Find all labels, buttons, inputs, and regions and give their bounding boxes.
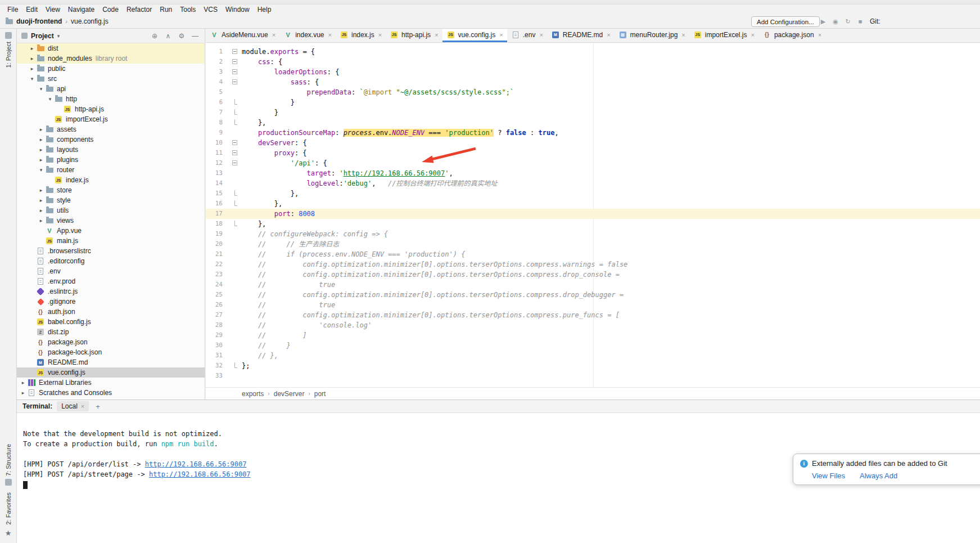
code-line-4[interactable]: 4 sass: { <box>206 77 980 87</box>
tree-item-auth-json[interactable]: {}auth.json <box>17 307 205 317</box>
tree-chevron-icon[interactable]: ▸ <box>28 46 36 51</box>
tree-item--browserslistrc[interactable]: .browserslistrc <box>17 246 205 256</box>
tool-window-favorites-button[interactable]: 2: Favorites ★ <box>5 492 12 537</box>
tree-chevron-icon[interactable]: ▸ <box>37 157 45 163</box>
code-line-6[interactable]: 6 } <box>206 97 980 107</box>
fold-gutter[interactable] <box>228 97 242 107</box>
stop-icon[interactable]: ■ <box>855 17 865 26</box>
tree-chevron-icon[interactable]: ▾ <box>37 86 45 92</box>
tree-item-utils[interactable]: ▸utils <box>17 205 205 216</box>
menu-item-view[interactable]: View <box>42 5 64 14</box>
editor-tab-importexcel-js[interactable]: JSimportExcel.js× <box>689 29 758 42</box>
close-icon[interactable]: × <box>751 32 754 38</box>
tree-item-http-api-js[interactable]: JShttp-api.js <box>17 104 205 114</box>
code-line-26[interactable]: 26 // true <box>206 300 980 310</box>
fold-gutter[interactable] <box>228 107 242 118</box>
tool-window-structure-button[interactable]: 7: Structure <box>5 444 12 486</box>
tree-item--env-prod[interactable]: .env.prod <box>17 276 205 286</box>
debug-icon[interactable]: ◉ <box>830 17 841 26</box>
collapse-all-icon[interactable]: ∧ <box>163 32 173 40</box>
tree-item-dist[interactable]: ▸dist <box>17 43 205 53</box>
close-icon[interactable]: × <box>272 32 276 38</box>
tree-chevron-icon[interactable]: ▸ <box>37 198 45 203</box>
tree-item-package-lock-json[interactable]: {}package-lock.json <box>17 347 205 357</box>
editor-tab-http-api-js[interactable]: JShttp-api.js× <box>386 29 442 42</box>
code-line-9[interactable]: 9 productionSourceMap: process.env.NODE_… <box>206 128 980 138</box>
code-line-30[interactable]: 30 // } <box>206 340 980 351</box>
menu-item-window[interactable]: Window <box>222 5 254 14</box>
menu-item-code[interactable]: Code <box>98 5 123 14</box>
code-line-3[interactable]: 3 loaderOptions: { <box>206 67 980 77</box>
code-line-5[interactable]: 5 prependData: `@import "~@/assets/scss/… <box>206 87 980 97</box>
tree-item-main-js[interactable]: JSmain.js <box>17 236 205 246</box>
breadcrumb-devServer[interactable]: devServer <box>274 390 305 398</box>
add-configuration-button[interactable]: Add Configuration... <box>751 16 820 27</box>
close-icon[interactable]: × <box>681 32 685 38</box>
code-line-7[interactable]: 7 } <box>206 107 980 118</box>
fold-gutter[interactable] <box>228 148 242 158</box>
fold-gutter[interactable] <box>228 158 242 168</box>
close-icon[interactable]: × <box>378 32 382 38</box>
tree-item-plugins[interactable]: ▸plugins <box>17 155 205 165</box>
tree-item--env[interactable]: .env <box>17 266 205 276</box>
new-terminal-icon[interactable]: + <box>93 402 102 411</box>
locate-file-icon[interactable]: ⊕ <box>150 32 160 40</box>
tree-item--gitignore[interactable]: .gitignore <box>17 297 205 307</box>
terminal-url-link[interactable]: http://192.168.66.56:9007 <box>149 470 251 478</box>
tool-window-project-button[interactable]: 1: Project <box>0 32 16 68</box>
tree-item-components[interactable]: ▸components <box>17 134 205 145</box>
editor-tab-index-js[interactable]: JSindex.js× <box>336 29 386 42</box>
code-line-24[interactable]: 24 // true <box>206 280 980 290</box>
tree-chevron-icon[interactable]: ▸ <box>37 127 45 132</box>
code-line-29[interactable]: 29 // ] <box>206 330 980 340</box>
code-line-32[interactable]: 32}; <box>206 361 980 371</box>
code-line-1[interactable]: 1module.exports = { <box>206 47 980 57</box>
tree-item-readme-md[interactable]: MREADME.md <box>17 357 205 367</box>
editor-tab-menurouter-jpg[interactable]: ▦menuRouter.jpg× <box>615 29 689 42</box>
breadcrumb-exports[interactable]: exports <box>242 390 264 398</box>
code-line-27[interactable]: 27 // config.optimization.minimizer[0].o… <box>206 310 980 320</box>
menu-item-edit[interactable]: Edit <box>22 5 42 14</box>
tree-chevron-icon[interactable]: ▾ <box>37 167 45 173</box>
code-line-20[interactable]: 20 // // 生产去除日志 <box>206 239 980 249</box>
tree-chevron-icon[interactable]: ▸ <box>37 187 45 193</box>
terminal-url-link[interactable]: http://192.168.66.56:9007 <box>145 460 247 468</box>
breadcrumb-port[interactable]: port <box>314 390 326 398</box>
fold-gutter[interactable] <box>228 199 242 209</box>
editor-tab--env[interactable]: .env× <box>507 29 547 42</box>
fold-gutter[interactable] <box>228 67 242 77</box>
tree-item-src[interactable]: ▾src <box>17 74 205 84</box>
tree-chevron-icon[interactable]: ▸ <box>19 390 27 396</box>
tree-chevron-icon[interactable]: ▸ <box>28 56 36 61</box>
tree-chevron-icon[interactable]: ▸ <box>37 147 45 152</box>
code-line-13[interactable]: 13 target: 'http://192.168.66.56:9007', <box>206 168 980 178</box>
close-icon[interactable]: × <box>435 32 438 38</box>
code-line-19[interactable]: 19 // configureWebpack: config => { <box>206 229 980 239</box>
code-line-14[interactable]: 14 logLevel:'debug', //控制台终端打印代理前的真实地址 <box>206 178 980 189</box>
tree-item-package-json[interactable]: {}package.json <box>17 337 205 347</box>
tree-item-dist-zip[interactable]: Zdist.zip <box>17 327 205 337</box>
tree-item-layouts[interactable]: ▸layouts <box>17 145 205 155</box>
tree-item-importexcel-js[interactable]: JSimportExcel.js <box>17 114 205 124</box>
code-line-10[interactable]: 10 devServer: { <box>206 138 980 148</box>
menu-item-help[interactable]: Help <box>254 5 276 14</box>
tree-item-router[interactable]: ▾router <box>17 165 205 175</box>
close-icon[interactable]: × <box>818 32 821 38</box>
tree-item-public[interactable]: ▸public <box>17 64 205 74</box>
close-icon[interactable]: × <box>539 32 543 38</box>
tree-chevron-icon[interactable]: ▸ <box>19 380 27 385</box>
tree-item-external-libraries[interactable]: ▸External Libraries <box>17 378 205 388</box>
tree-item-assets[interactable]: ▸assets <box>17 124 205 134</box>
code-line-8[interactable]: 8 }, <box>206 118 980 128</box>
editor-tab-package-json[interactable]: {}package.json× <box>758 29 825 42</box>
fold-gutter[interactable] <box>228 138 242 148</box>
hide-panel-icon[interactable]: — <box>190 32 200 40</box>
tree-item-app-vue[interactable]: VApp.vue <box>17 226 205 236</box>
code-line-33[interactable]: 33 <box>206 371 980 381</box>
code-line-16[interactable]: 16 }, <box>206 199 980 209</box>
code-line-28[interactable]: 28 // 'console.log' <box>206 320 980 330</box>
editor-tab-vue-config-js[interactable]: JSvue.config.js× <box>442 29 507 42</box>
code-line-22[interactable]: 22 // config.optimization.minimizer[0].o… <box>206 259 980 270</box>
code-line-21[interactable]: 21 // if (process.env.NODE_ENV === 'prod… <box>206 249 980 259</box>
git-branch-widget[interactable]: Git: <box>870 17 880 25</box>
